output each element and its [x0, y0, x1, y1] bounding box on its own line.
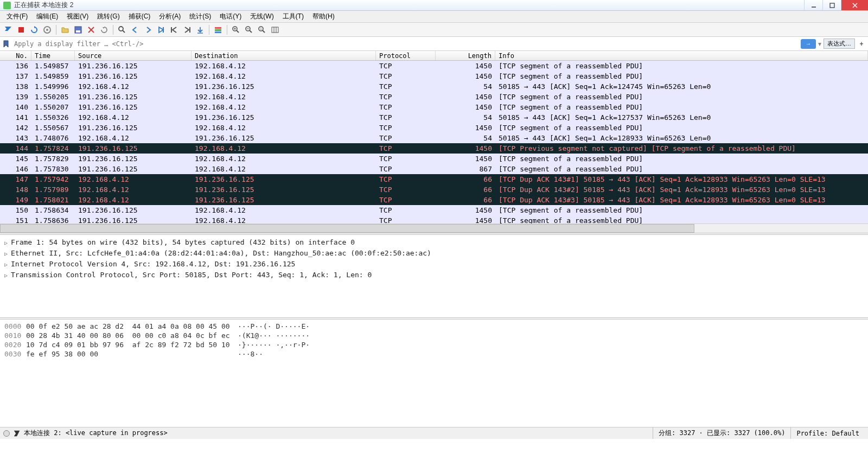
statusbar: 本地连接 2: <live capture in progress> 分组: 3…	[0, 427, 868, 439]
menu-analyze[interactable]: 分析(A)	[155, 11, 185, 22]
go-forward-button[interactable]	[142, 24, 154, 36]
svg-line-23	[237, 30, 239, 33]
hex-row[interactable]: 002010 7d c4 09 01 bb 97 96 af 2c 89 f2 …	[4, 340, 864, 349]
expression-button[interactable]: 表达式…	[824, 39, 855, 49]
capture-options-button[interactable]	[41, 24, 53, 36]
details-tree-item[interactable]: Transmission Control Protocol, Src Port:…	[4, 270, 864, 280]
column-header-protocol[interactable]: Protocol	[376, 51, 436, 60]
packet-bytes-pane[interactable]: 000000 0f e2 50 ae ac 28 d2 44 01 a4 0a …	[0, 320, 868, 427]
filter-bookmark-icon[interactable]	[2, 39, 10, 49]
autoscroll-button[interactable]	[194, 24, 206, 36]
menu-wireless[interactable]: 无线(W)	[246, 11, 278, 22]
svg-point-6	[46, 29, 48, 31]
packet-row[interactable]: 1361.549857191.236.16.125192.168.4.12TCP…	[0, 61, 868, 71]
packet-row[interactable]: 1401.550207191.236.16.125192.168.4.12TCP…	[0, 102, 868, 112]
menu-telephony[interactable]: 电话(Y)	[215, 11, 246, 22]
find-packet-button[interactable]	[116, 24, 128, 36]
packet-row[interactable]: 1441.757824191.236.16.125192.168.4.12TCP…	[0, 143, 868, 154]
open-file-button[interactable]	[59, 24, 71, 36]
window-title: 正在捕获 本地连接 2	[14, 1, 804, 10]
svg-rect-17	[215, 27, 221, 29]
column-header-no[interactable]: No.	[0, 51, 31, 60]
menu-tools[interactable]: 工具(T)	[278, 11, 308, 22]
details-tree-item[interactable]: Internet Protocol Version 4, Src: 192.16…	[4, 259, 864, 270]
zoom-reset-button[interactable]: 1	[256, 24, 268, 36]
goto-first-button[interactable]	[168, 24, 180, 36]
restart-capture-button[interactable]	[28, 24, 40, 36]
packet-row[interactable]: 1381.549996192.168.4.12191.236.16.125TCP…	[0, 81, 868, 92]
expert-info-led-icon[interactable]	[3, 430, 10, 437]
svg-line-26	[250, 30, 252, 33]
svg-rect-8	[76, 30, 80, 33]
capture-file-icon	[13, 430, 21, 437]
go-back-button[interactable]	[129, 24, 141, 36]
app-icon	[3, 2, 11, 9]
stop-capture-button[interactable]	[15, 24, 27, 36]
maximize-button[interactable]	[822, 0, 841, 10]
packet-details-pane[interactable]: Frame 1: 54 bytes on wire (432 bits), 54…	[0, 235, 868, 317]
packet-row[interactable]: 1481.757989192.168.4.12191.236.16.125TCP…	[0, 184, 868, 195]
svg-rect-4	[18, 27, 24, 33]
packet-list-header: No. Time Source Destination Protocol Len…	[0, 51, 868, 61]
details-tree-item[interactable]: Ethernet II, Src: LcfcHefe_01:a4:0a (28:…	[4, 248, 864, 259]
packet-row[interactable]: 1411.550326192.168.4.12191.236.16.125TCP…	[0, 112, 868, 123]
menu-edit[interactable]: 编辑(E)	[32, 11, 62, 22]
column-header-info[interactable]: Info	[495, 51, 868, 60]
goto-last-button[interactable]	[181, 24, 193, 36]
hex-row[interactable]: 000000 0f e2 50 ae ac 28 d2 44 01 a4 0a …	[4, 322, 864, 331]
svg-rect-18	[215, 29, 221, 31]
save-file-button[interactable]	[72, 24, 84, 36]
zoom-in-button[interactable]	[230, 24, 242, 36]
packet-row[interactable]: 1391.550205191.236.16.125192.168.4.12TCP…	[0, 92, 868, 102]
svg-rect-30	[272, 27, 278, 33]
status-profile[interactable]: Profile: Default	[790, 427, 865, 439]
filter-apply-button[interactable]: →	[801, 39, 816, 49]
status-capture-text: 本地连接 2: <live capture in progress>	[24, 429, 168, 438]
svg-point-11	[119, 27, 123, 31]
menu-capture[interactable]: 捕获(C)	[124, 11, 155, 22]
close-button[interactable]	[841, 0, 868, 10]
column-header-destination[interactable]: Destination	[192, 51, 376, 60]
packet-row[interactable]: 1421.550567191.236.16.125192.168.4.12TCP…	[0, 123, 868, 133]
packet-row[interactable]: 1461.757830191.236.16.125192.168.4.12TCP…	[0, 164, 868, 174]
colorize-button[interactable]	[212, 24, 224, 36]
packet-row[interactable]: 1451.757829191.236.16.125192.168.4.12TCP…	[0, 154, 868, 164]
add-filter-button[interactable]: +	[857, 40, 866, 48]
zoom-out-button[interactable]	[243, 24, 255, 36]
hex-row[interactable]: 001000 28 4b 31 40 00 80 06 00 00 c0 a8 …	[4, 331, 864, 340]
svg-rect-1	[830, 3, 834, 8]
svg-rect-19	[215, 31, 221, 33]
column-header-length[interactable]: Length	[436, 51, 495, 60]
packet-list-pane: No. Time Source Destination Protocol Len…	[0, 51, 868, 233]
resize-columns-button[interactable]	[269, 24, 281, 36]
menu-view[interactable]: 视图(V)	[62, 11, 93, 22]
packet-row[interactable]: 1511.758636191.236.16.125192.168.4.12TCP…	[0, 215, 868, 224]
hex-row[interactable]: 0030fe ef 95 38 00 00···8··	[4, 349, 864, 359]
menu-goto[interactable]: 跳转(G)	[93, 11, 124, 22]
column-header-source[interactable]: Source	[75, 51, 192, 60]
reload-button[interactable]	[98, 24, 110, 36]
status-packets: 分组: 3327 · 已显示: 3327 (100.0%)	[653, 427, 790, 439]
packet-list-body[interactable]: 1361.549857191.236.16.125192.168.4.12TCP…	[0, 61, 868, 224]
menubar: 文件(F) 编辑(E) 视图(V) 跳转(G) 捕获(C) 分析(A) 统计(S…	[0, 11, 868, 23]
svg-line-29	[263, 30, 265, 33]
column-header-time[interactable]: Time	[31, 51, 75, 60]
display-filter-input[interactable]	[12, 39, 799, 49]
window-titlebar: 正在捕获 本地连接 2	[0, 0, 868, 11]
goto-packet-button[interactable]	[155, 24, 167, 36]
details-tree-item[interactable]: Frame 1: 54 bytes on wire (432 bits), 54…	[4, 237, 864, 248]
menu-file[interactable]: 文件(F)	[2, 11, 32, 22]
close-file-button[interactable]	[85, 24, 97, 36]
horizontal-scrollbar[interactable]	[0, 224, 868, 233]
minimize-button[interactable]	[804, 0, 822, 10]
start-capture-button[interactable]	[2, 24, 14, 36]
svg-text:1: 1	[260, 27, 262, 30]
packet-row[interactable]: 1371.549859191.236.16.125192.168.4.12TCP…	[0, 71, 868, 81]
packet-row[interactable]: 1471.757942192.168.4.12191.236.16.125TCP…	[0, 174, 868, 184]
menu-stats[interactable]: 统计(S)	[185, 11, 215, 22]
packet-row[interactable]: 1491.758021192.168.4.12191.236.16.125TCP…	[0, 195, 868, 205]
packet-row[interactable]: 1431.748076192.168.4.12191.236.16.125TCP…	[0, 133, 868, 143]
menu-help[interactable]: 帮助(H)	[308, 11, 339, 22]
filter-dropdown-icon[interactable]: ▾	[818, 40, 821, 48]
packet-row[interactable]: 1501.758634191.236.16.125192.168.4.12TCP…	[0, 205, 868, 215]
